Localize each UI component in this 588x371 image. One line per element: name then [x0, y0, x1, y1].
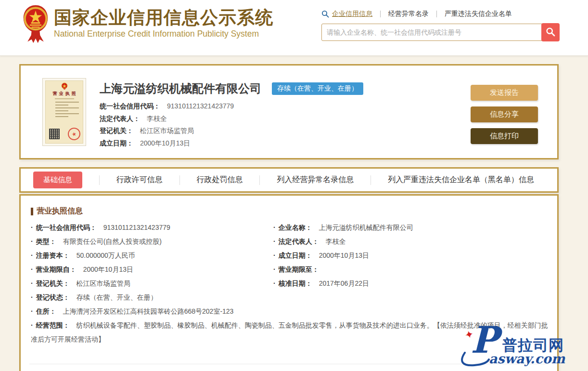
link-abnormal-operations-list[interactable]: 经营异常名录: [388, 10, 429, 18]
field-establishment-date: 成立日期： 2000年10月13日: [273, 252, 548, 260]
search-icon: [546, 27, 555, 38]
field-registered-capital: 注册资本： 50.000000万人民币: [31, 252, 273, 260]
link-enterprise-credit-info[interactable]: 企业信用信息: [332, 10, 372, 18]
national-emblem-icon: [61, 82, 68, 90]
field-approval-date: 核准日期： 2017年06月22日: [273, 279, 548, 288]
national-emblem-icon: [22, 4, 49, 46]
business-license-image[interactable]: 营业执照 ★: [42, 78, 86, 146]
tab-abnormal-operations[interactable]: 列入经营异常名录信息: [277, 175, 354, 185]
license-text-line: [55, 113, 79, 114]
field-establishment-date: 成立日期： 2000年10月13日: [100, 139, 465, 152]
link-serious-violations-list[interactable]: 严重违法失信企业名单: [445, 10, 512, 18]
tab-administrative-licensing[interactable]: 行政许可信息: [116, 175, 163, 185]
field-credit-code: 统一社会信用代码： 913101121321423779: [100, 102, 465, 115]
divider: [380, 11, 381, 17]
send-report-button[interactable]: 发送报告: [471, 85, 538, 101]
divider: [371, 175, 371, 185]
divider: [99, 175, 100, 185]
search-input[interactable]: [321, 24, 542, 41]
license-text-line: [55, 107, 79, 108]
field-registration-authority: 登记机关： 松江区市场监管局: [31, 279, 273, 288]
print-info-button[interactable]: 信息打印: [471, 128, 538, 144]
field-term-end: 营业期限至：: [273, 265, 548, 274]
field-legal-representative: 法定代表人： 李枝全: [100, 115, 465, 127]
license-qr-code: [49, 129, 60, 139]
share-info-button[interactable]: 信息分享: [471, 106, 538, 122]
tab-serious-violations-blacklist[interactable]: 列入严重违法失信企业名单（黑名单）信息: [388, 175, 534, 185]
field-term-start: 营业期限自： 2000年10月13日: [31, 265, 273, 274]
field-address: 住所： 上海漕河泾开发区松江高科技园莘砖公路668号202室-123: [31, 307, 233, 316]
divider: [436, 11, 437, 17]
search-icon: [321, 10, 329, 18]
field-registration-status: 登记状态： 存续（在营、开业、在册）: [31, 293, 273, 302]
field-company-name: 企业名称： 上海元溢纺织机械配件有限公司: [273, 224, 548, 232]
field-legal-representative: 法定代表人： 李枝全: [273, 238, 548, 246]
tab-basic-info[interactable]: 基础信息: [33, 172, 82, 188]
detail-row: 营业期限自： 2000年10月13日 营业期限至：: [31, 263, 548, 277]
search-bar: [321, 23, 559, 41]
watermark-domain: asway.com: [489, 351, 565, 366]
license-subline: [55, 98, 74, 99]
site-title: 国家企业信用信息公示系统: [54, 8, 273, 28]
license-text-line: [55, 105, 68, 106]
field-registration-authority: 登记机关： 松江区市场监管局: [100, 127, 465, 139]
section-title: 营业执照信息: [37, 206, 83, 216]
company-main-info: 上海元溢纺织机械配件有限公司 存续（在营、开业、在册） 统一社会信用代码： 91…: [100, 81, 465, 151]
site-header: 国家企业信用信息公示系统 National Enterprise Credit …: [0, 0, 588, 56]
brand: 国家企业信用信息公示系统 National Enterprise Credit …: [54, 8, 273, 39]
company-summary-card: 营业执照 ★ 上海元溢纺织机械配件有限公司 存续（在营、开业、在册） 统一社会信…: [19, 64, 559, 159]
section-tab-bar: 基础信息 行政许可信息 行政处罚信息 列入经营异常名录信息 列入严重违法失信企业…: [19, 167, 559, 193]
detail-row: 类型： 有限责任公司(自然人投资或控股) 法定代表人： 李枝全: [31, 235, 548, 249]
detail-row: 注册资本： 50.000000万人民币 成立日期： 2000年10月13日: [31, 249, 548, 263]
license-red-seal: ★: [67, 127, 82, 142]
detail-row: 登记机关： 松江区市场监管局 核准日期： 2017年06月22日: [31, 277, 548, 291]
business-license-paper: 营业执照 ★: [45, 80, 83, 144]
field-company-type: 类型： 有限责任公司(自然人投资或控股): [31, 238, 273, 246]
card-action-buttons: 发送报告 信息分享 信息打印: [471, 85, 538, 150]
tab-administrative-penalty[interactable]: 行政处罚信息: [197, 175, 243, 185]
plasway-watermark: ✦ P 普拉司网 asway.com: [458, 330, 581, 370]
search-type-links: 企业信用信息 经营异常名录 严重违法失信企业名单: [321, 9, 562, 19]
divider: [179, 175, 180, 185]
license-text-line: [55, 102, 79, 103]
field-credit-code: 统一社会信用代码： 913101121321423779: [31, 224, 273, 232]
section-header: 营业执照信息: [31, 206, 83, 216]
detail-row: 登记状态： 存续（在营、开业、在册）: [31, 291, 548, 305]
header-search-area: 企业信用信息 经营异常名录 严重违法失信企业名单: [321, 9, 562, 41]
divider: [259, 175, 260, 185]
detail-row: 统一社会信用代码： 913101121321423779 企业名称： 上海元溢纺…: [31, 221, 548, 235]
search-button[interactable]: [541, 23, 560, 41]
site-subtitle: National Enterprise Credit Information P…: [54, 29, 273, 39]
license-text-line: [55, 110, 68, 111]
section-bar-icon: [31, 208, 33, 215]
status-badge: 存续（在营、开业、在册）: [272, 82, 363, 95]
detail-row: 住所： 上海漕河泾开发区松江高科技园莘砖公路668号202室-123: [31, 305, 548, 318]
company-name: 上海元溢纺织机械配件有限公司: [100, 81, 261, 96]
license-text-line: [55, 116, 68, 117]
license-title: 营业执照: [46, 91, 83, 97]
